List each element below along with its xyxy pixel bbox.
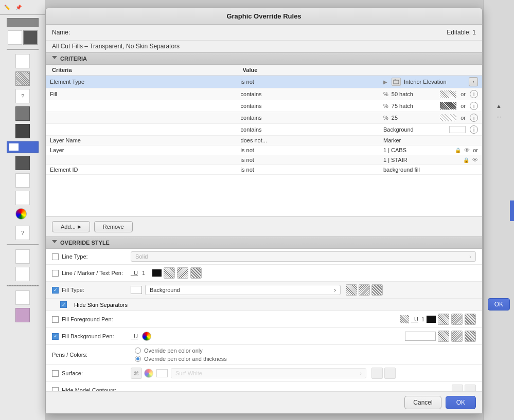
radio-row-1[interactable]: Override pen color only [135,348,227,354]
criteria-triangle[interactable] [52,56,57,61]
radio-row-2[interactable]: Override pen color and thickness [135,356,227,362]
sidebar-ok-button[interactable]: OK [488,298,510,311]
sidebar-item-white5[interactable] [15,249,30,264]
add-button[interactable]: Add... ▶ [52,221,90,232]
radio-btn-1[interactable] [135,348,141,354]
hatch-swatch-bg [449,126,466,133]
remove-button[interactable]: Remove [94,221,133,232]
hide-model-label-group: Hide Model Contours: [52,387,127,392]
table-row[interactable]: Element ID is not background fill [46,165,482,175]
row-element-arrow[interactable]: › [469,77,478,86]
fg-pen-icon-2[interactable] [451,314,463,325]
linetype-label-group: Line Type: [52,253,127,260]
table-row[interactable]: contains % 75 hatch or i [46,100,482,112]
linetype-checkbox[interactable] [52,253,59,260]
fg-pen-icon-1[interactable] [438,314,449,325]
surface-select[interactable]: Surf-White › [171,368,366,378]
filltype-chevron: › [334,287,336,293]
blue-scrollbar[interactable] [510,200,514,221]
pen-edit-btn-1[interactable] [164,267,175,279]
right-panel-dots[interactable]: ··· [497,114,501,120]
pen-edit-btn-3[interactable] [190,267,202,279]
table-row[interactable]: Layer Name does not... Marker [46,136,482,145]
sidebar-item-white1[interactable] [8,30,22,45]
bg-pen-icon-1[interactable] [438,331,449,342]
fg-pen-label: Fill Foreground Pen: [62,316,113,322]
sidebar-item-white7[interactable] [15,290,30,305]
sidebar-item-gray[interactable] [15,106,30,121]
fg-pen-label-group: Fill Foreground Pen: [52,316,127,323]
info-icon-1[interactable]: i [470,90,478,98]
table-row[interactable]: Layer is not 1 | CABS 🔒 👁 or [46,145,482,155]
table-row[interactable]: contains Background i [46,124,482,136]
filltype-select[interactable]: Background › [145,285,341,295]
row-fill-val1: % 50 hatch or i [379,88,482,100]
table-row[interactable]: Fill contains % 50 hatch or i [46,88,482,100]
sidebar-item-bar1 [7,18,39,27]
surface-icon-1[interactable]: ⌘ [131,368,142,379]
filltype-icon-3[interactable] [371,284,383,296]
fg-pen-icon-3[interactable] [465,314,476,325]
sidebar-item-dark1[interactable] [23,30,38,45]
filltype-icon-2[interactable] [359,284,370,296]
radio-btn-2[interactable] [135,356,141,362]
override-triangle[interactable] [52,240,57,245]
surface-icon-2[interactable] [144,369,153,378]
sidebar-item-white3[interactable] [15,173,30,188]
form-row-bg-pen: Fill Background Pen: _U [46,328,482,345]
form-row-hide-model: Hide Model Contours: [46,382,482,391]
sidebar-item-white6[interactable] [15,267,30,281]
svg-rect-0 [394,80,399,84]
fg-pen-diag-icon [400,315,409,323]
filltype-checkbox[interactable] [52,287,59,294]
interior-elevation-text: Interior Elevation [404,79,447,85]
bg-pen-white-swatch [405,332,436,341]
pct-sym-2: % [383,103,388,109]
element-type-arrow-btn[interactable]: › [469,77,478,86]
row-fill-op2: contains [237,100,379,112]
col-swatch [379,65,482,76]
bg-pen-icon-2[interactable] [451,331,463,342]
info-icon-4[interactable]: i [470,125,478,134]
hideskin-checkbox[interactable] [60,301,67,308]
sidebar-item-question2[interactable]: ? [15,226,30,240]
sidebar-icon-1[interactable]: ✏️ [2,2,12,12]
hide-model-checkbox[interactable] [52,387,59,392]
surface-checkbox[interactable] [52,370,59,377]
info-icon-3[interactable]: i [470,114,478,122]
bg-pen-multicolor[interactable] [142,332,151,341]
sidebar-item-white4[interactable] [15,191,30,205]
sidebar-item-white2[interactable] [15,54,30,68]
pen-checkbox[interactable] [52,270,59,277]
cancel-button[interactable]: Cancel [404,396,441,409]
bg-pen-checkbox[interactable] [52,333,59,340]
filltype-swatch [131,286,142,294]
sidebar-item-dark2[interactable] [15,124,30,138]
dialog-title: Graphic Override Rules [226,12,301,20]
criteria-table: Criteria Value Element Type is not ▶ [46,65,482,175]
or-text-layer: or [473,147,478,153]
pen-label-group: Line / Marker / Text Pen: [52,270,127,277]
fill-val-25: 25 [392,115,398,121]
ok-button[interactable]: OK [446,396,476,409]
table-row[interactable]: Element Type is not ▶ Interior Elevation [46,76,482,88]
bg-pen-content: _U [131,331,476,342]
pen-edit-btn-2[interactable] [177,267,188,279]
linetype-select[interactable]: Solid › [131,251,476,262]
sidebar-item-hatch[interactable] [15,71,30,86]
sidebar-item-question[interactable]: ? [15,89,30,103]
filltype-icon-1[interactable] [346,284,357,296]
sidebar-icon-2[interactable]: 📌 [13,2,24,12]
table-row[interactable]: contains % 25 or i [46,112,482,124]
sidebar-item-selected[interactable] [7,141,39,153]
linetype-chevron: › [469,253,471,260]
table-row[interactable]: is not 1 | STAIR 🔒 👁 [46,155,482,165]
sidebar-item-dark3[interactable] [15,156,30,170]
right-panel: ▲ ··· OK [483,0,514,420]
bg-pen-icon-3[interactable] [465,331,476,342]
sidebar-item-multicolor[interactable] [15,208,30,223]
sidebar-item-purple[interactable] [15,308,30,322]
pen-content: _U 1 [131,267,476,279]
info-icon-2[interactable]: i [470,102,478,110]
fg-pen-checkbox[interactable] [52,316,59,323]
